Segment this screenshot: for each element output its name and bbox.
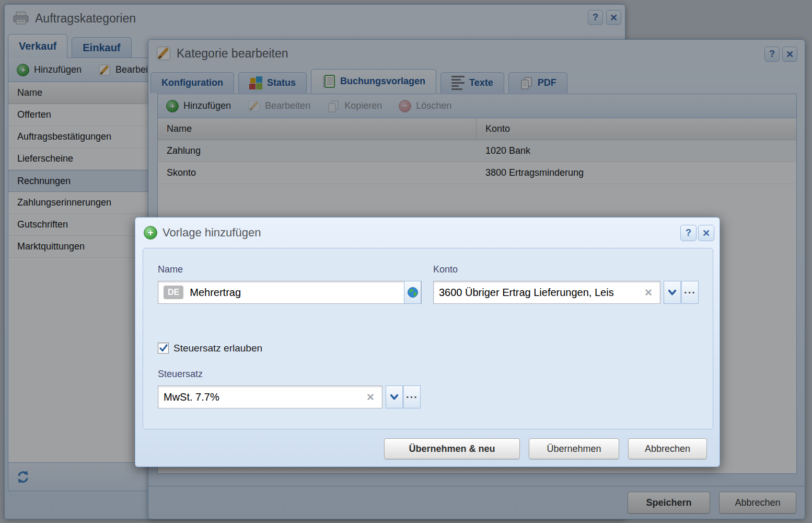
steuersatz-browse-button[interactable]: ··· [403,385,421,408]
plus-icon: + [144,226,157,240]
konto-label: Konto [433,264,458,275]
language-badge: DE [164,286,183,299]
checkbox-label: Steuersatz erlauben [173,343,262,354]
clear-icon[interactable]: ✕ [364,391,377,403]
ellipsis-icon: ··· [684,287,696,299]
name-label: Name [158,264,183,275]
dialog-vorlage-hinzufuegen: + Vorlage hinzufügen ? ✕ Name DE Mehrert… [135,217,720,467]
dialog-form-panel: Name DE Mehrertrag Konto 3600 Übriger Er… [143,248,713,429]
konto-browse-button[interactable]: ··· [681,281,699,304]
steuersatz-erlauben-checkbox[interactable] [158,343,169,354]
konto-dropdown-button[interactable] [664,281,681,304]
dialog-titlebar[interactable]: + Vorlage hinzufügen ? ✕ [135,218,720,248]
steuersatz-value: MwSt. 7.7% [164,391,364,403]
check-icon [159,344,168,353]
globe-icon[interactable] [404,281,421,304]
dialog-cancel-button[interactable]: Abbrechen [628,438,707,459]
clear-icon[interactable]: ✕ [642,287,655,299]
dialog-footer: Übernehmen & neu Übernehmen Abbrechen [384,438,707,459]
konto-value: 3600 Übriger Ertrag Lieferungen, Leis [439,287,642,299]
konto-input[interactable]: 3600 Übriger Ertrag Lieferungen, Leis ✕ [433,281,660,304]
close-icon[interactable]: ✕ [698,225,714,241]
help-icon[interactable]: ? [680,225,697,241]
name-input[interactable]: DE Mehrertrag [158,281,422,304]
ellipsis-icon: ··· [406,391,418,403]
name-value: Mehrertrag [190,287,400,299]
steuersatz-input[interactable]: MwSt. 7.7% ✕ [158,385,382,408]
apply-and-new-button[interactable]: Übernehmen & neu [384,438,520,459]
dialog-title: Vorlage hinzufügen [163,226,261,240]
chevron-down-icon [668,290,676,295]
apply-button[interactable]: Übernehmen [529,438,619,459]
chevron-down-icon [390,394,398,400]
steuersatz-label: Steuersatz [158,369,203,380]
steuersatz-dropdown-button[interactable] [386,385,403,408]
